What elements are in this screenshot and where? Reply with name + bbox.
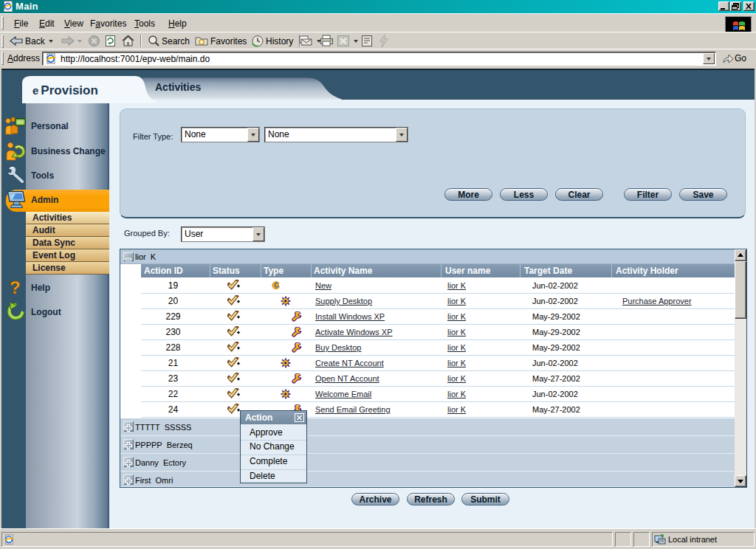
svg-text:?: ? (10, 277, 21, 297)
